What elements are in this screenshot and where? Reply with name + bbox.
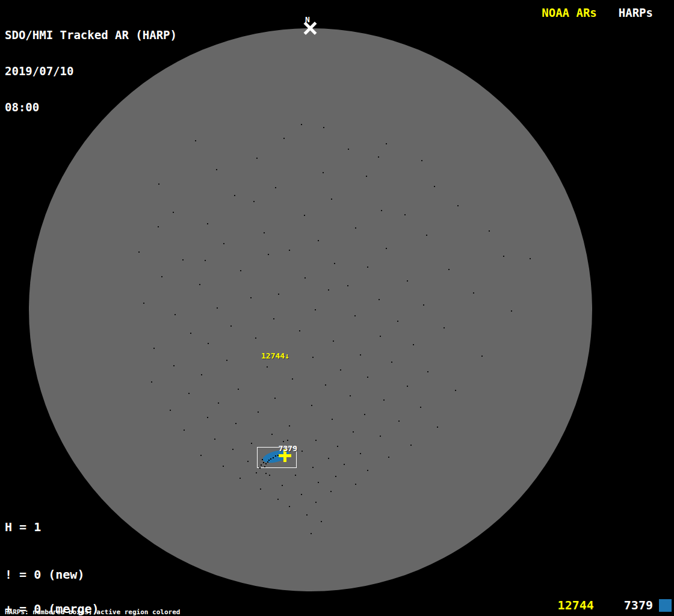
harp-number-label: 7379 xyxy=(279,444,297,453)
frame-time: 08:00 xyxy=(5,101,177,113)
region-list: 12744 7379 xyxy=(558,598,672,612)
harp-box: 7379 xyxy=(257,447,297,468)
noaa-ars-column-label: NOAA ARs xyxy=(542,6,597,19)
harp-count-line: H = 1 xyxy=(5,522,143,533)
legend-line-new: ! = 0 (new) xyxy=(5,569,143,581)
header: SDO/HMI Tracked AR (HARP) 2019/07/10 08:… xyxy=(5,5,177,125)
harp-number: 7379 xyxy=(624,598,653,612)
footer-note-harps: HARPs: numbered boxes; active region col… xyxy=(5,609,236,615)
north-pole-x-marker-icon xyxy=(302,22,318,35)
top-right-legend: NOAA ARs HARPs xyxy=(542,6,653,19)
noaa-ar-number: 12744 xyxy=(558,598,594,612)
noaa-ar-cross-icon xyxy=(279,454,291,457)
harp-color-swatch xyxy=(659,599,672,612)
noaa-ar-shifted-label: 12744↓ xyxy=(261,351,289,360)
footer-notes: HARPs: numbered boxes; active region col… xyxy=(5,596,236,616)
page-title: SDO/HMI Tracked AR (HARP) xyxy=(5,29,177,41)
frame-date: 2019/07/10 xyxy=(5,65,177,77)
harps-column-label: HARPs xyxy=(619,6,653,19)
